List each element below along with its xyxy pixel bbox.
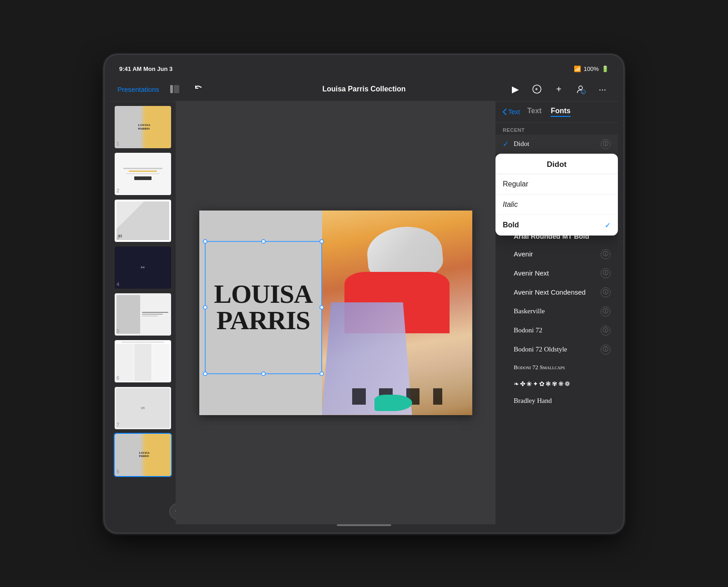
slide-thumb-8[interactable]: LOUISAPARRIS 8 bbox=[114, 433, 172, 477]
slide-text-content: LOUISA PARRIS bbox=[214, 281, 312, 334]
slide-thumb-2[interactable]: 2 bbox=[114, 152, 172, 196]
add-object-button[interactable]: + bbox=[551, 81, 567, 97]
selection-handle-tc[interactable] bbox=[261, 239, 266, 244]
font-info-avenir-next[interactable]: ⓘ bbox=[601, 268, 611, 278]
font-name-didot: Didot bbox=[514, 140, 601, 148]
status-bar: 9:41 AM Mon Jun 3 📶 100% 🔋 bbox=[110, 60, 618, 78]
home-bar[interactable] bbox=[337, 524, 391, 526]
font-name-avenir: Avenir bbox=[514, 250, 601, 258]
slide-thumb-6[interactable]: 6 bbox=[114, 339, 172, 383]
selection-handle-tr[interactable] bbox=[319, 239, 324, 244]
selection-handle-mr[interactable] bbox=[319, 305, 324, 310]
toolbar: Presentations Louisa Parris Collection ▶ bbox=[110, 78, 618, 101]
font-name-zapf: ❧✤❀✦✿❃✾❋❁ bbox=[514, 380, 611, 388]
font-item-bodoni72[interactable]: Bodoni 72 ⓘ bbox=[495, 321, 618, 340]
selection-handle-tl[interactable] bbox=[203, 239, 207, 244]
recent-section-label: RECENT bbox=[495, 123, 618, 135]
text-selection-box[interactable]: LOUISA PARRIS bbox=[205, 241, 322, 374]
dropdown-check-bold: ✓ bbox=[605, 221, 611, 230]
more-options-button[interactable]: ··· bbox=[594, 81, 611, 97]
play-button[interactable]: ▶ bbox=[507, 81, 523, 97]
magic-move-button[interactable] bbox=[529, 81, 545, 97]
presentations-button[interactable]: Presentations bbox=[117, 85, 159, 93]
font-item-bodoni72-smallcaps[interactable]: Bodoni 72 Smallcaps bbox=[495, 359, 618, 376]
font-info-bodoni72[interactable]: ⓘ bbox=[601, 326, 611, 336]
font-name-baskerville: Baskerville bbox=[514, 307, 601, 315]
undo-button[interactable] bbox=[190, 81, 207, 97]
slide-number-6: 6 bbox=[116, 375, 119, 381]
battery-icon: 🔋 bbox=[602, 65, 609, 72]
font-info-bodoni72-oldstyle[interactable]: ⓘ bbox=[601, 345, 611, 355]
dropdown-variant-italic: Italic bbox=[503, 201, 611, 209]
font-item-bradley-hand[interactable]: Bradley Hand bbox=[495, 392, 618, 409]
wifi-icon: 📶 bbox=[574, 65, 581, 72]
dropdown-variant-bold: Bold bbox=[503, 221, 605, 229]
ipad-frame: 9:41 AM Mon Jun 3 📶 100% 🔋 Presentations bbox=[105, 55, 623, 532]
slide-number-4: 4 bbox=[116, 281, 119, 287]
status-time: 9:41 AM Mon Jun 3 bbox=[119, 65, 172, 72]
dropdown-item-regular[interactable]: Regular bbox=[495, 174, 618, 195]
toolbar-left: Presentations bbox=[117, 81, 208, 97]
slide-canvas: LOUISA PARRIS bbox=[199, 211, 472, 415]
font-check-didot: ✓ bbox=[503, 140, 510, 148]
right-panel: Text Text Fonts RECENT ✓ Didot ⓘ bbox=[495, 101, 618, 524]
font-info-baskerville[interactable]: ⓘ bbox=[601, 306, 611, 316]
panel-back-button[interactable]: Text bbox=[503, 108, 520, 115]
font-name-bradley-hand: Bradley Hand bbox=[514, 397, 611, 405]
slide-number-5: 5 bbox=[116, 328, 119, 334]
panel-back-label: Text bbox=[508, 108, 520, 115]
slide-number-7: 7 bbox=[116, 422, 119, 427]
font-item-avenir-next[interactable]: Avenir Next ⓘ bbox=[495, 264, 618, 283]
font-name-bodoni72: Bodoni 72 bbox=[514, 326, 601, 334]
didot-dropdown: Didot Regular Italic Bold ✓ bbox=[495, 154, 618, 236]
selection-handle-bl[interactable] bbox=[203, 371, 207, 376]
add-slide-button[interactable]: + bbox=[169, 503, 176, 520]
tab-text[interactable]: Text bbox=[527, 107, 542, 117]
slide-thumb-3[interactable]: 03 3 bbox=[114, 199, 172, 243]
font-info-didot[interactable]: ⓘ bbox=[601, 139, 611, 149]
dropdown-variant-regular: Regular bbox=[503, 180, 611, 188]
slide-thumb-1[interactable]: LOUISAPARRIS 1 bbox=[114, 105, 172, 149]
status-right: 📶 100% 🔋 bbox=[574, 65, 609, 72]
canvas-area[interactable]: LOUISA PARRIS bbox=[176, 101, 495, 524]
font-list: RECENT ✓ Didot ⓘ Didot Regular bbox=[495, 123, 618, 524]
slide-thumb-7[interactable]: 05 7 bbox=[114, 386, 172, 430]
font-item-bodoni72-oldstyle[interactable]: Bodoni 72 Oldstyle ⓘ bbox=[495, 340, 618, 359]
dropdown-title: Didot bbox=[495, 154, 618, 174]
slide-thumb-5[interactable]: 5 bbox=[114, 292, 172, 336]
font-info-avenir[interactable]: ⓘ bbox=[601, 249, 611, 259]
font-name-avenir-next: Avenir Next bbox=[514, 269, 601, 277]
ipad-screen: 9:41 AM Mon Jun 3 📶 100% 🔋 Presentations bbox=[110, 60, 618, 527]
font-name-bodoni72-smallcaps: Bodoni 72 Smallcaps bbox=[514, 364, 611, 371]
font-item-didot[interactable]: ✓ Didot ⓘ Didot Regular Italic bbox=[495, 135, 618, 154]
slide-text-line1: LOUISA bbox=[214, 281, 312, 307]
slide-number-1: 1 bbox=[116, 141, 119, 146]
font-info-avenir-next-condensed[interactable]: ⓘ bbox=[601, 287, 611, 297]
selection-handle-bc[interactable] bbox=[261, 371, 266, 376]
dropdown-item-italic[interactable]: Italic bbox=[495, 195, 618, 215]
collaboration-button[interactable]: + bbox=[572, 81, 589, 97]
home-indicator bbox=[110, 524, 618, 527]
font-name-avenir-next-condensed: Avenir Next Condensed bbox=[514, 288, 601, 296]
slide-thumb-4[interactable]: 04 4 bbox=[114, 246, 172, 290]
slide-panel: LOUISAPARRIS 1 2 bbox=[110, 101, 176, 524]
panel-header: Text Text Fonts bbox=[495, 101, 618, 123]
tab-fonts[interactable]: Fonts bbox=[551, 107, 571, 117]
dropdown-item-bold[interactable]: Bold ✓ bbox=[495, 215, 618, 236]
font-item-avenir[interactable]: Avenir ⓘ bbox=[495, 245, 618, 264]
svg-text:+: + bbox=[582, 91, 584, 94]
toolbar-right: ▶ + + ··· bbox=[507, 81, 611, 97]
panel-tabs: Text Fonts bbox=[527, 107, 571, 117]
selection-handle-ml[interactable] bbox=[203, 305, 207, 310]
svg-point-3 bbox=[579, 86, 582, 90]
slide-number-3: 3 bbox=[116, 235, 119, 240]
font-item-baskerville[interactable]: Baskerville ⓘ bbox=[495, 302, 618, 321]
document-title[interactable]: Louisa Parris Collection bbox=[322, 85, 405, 93]
battery-percent: 100% bbox=[584, 65, 599, 72]
font-item-avenir-next-condensed[interactable]: Avenir Next Condensed ⓘ bbox=[495, 283, 618, 302]
main-area: LOUISAPARRIS 1 2 bbox=[110, 101, 618, 524]
selection-handle-br[interactable] bbox=[319, 371, 324, 376]
sidebar-toggle-button[interactable] bbox=[167, 81, 183, 97]
slide-text-line2: PARRIS bbox=[214, 307, 312, 334]
font-item-zapf-dingbats[interactable]: ❧✤❀✦✿❃✾❋❁ bbox=[495, 376, 618, 392]
